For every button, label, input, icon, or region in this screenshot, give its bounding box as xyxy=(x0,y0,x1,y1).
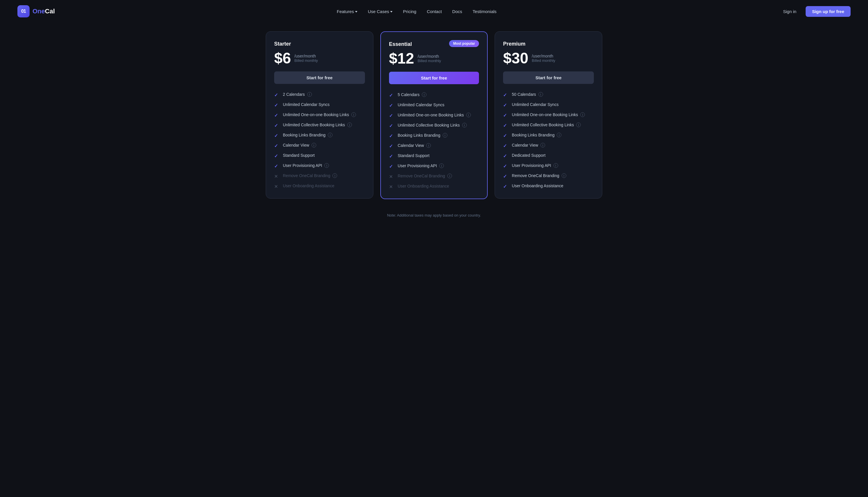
chevron-down-icon xyxy=(390,11,393,13)
pricing-grid: Starter $6 /user/month Billed monthly St… xyxy=(266,31,602,199)
feature-label: User Provisioning APIi xyxy=(283,163,329,168)
feature-label: Unlimited Collective Booking Linksi xyxy=(398,123,467,127)
check-icon: ✓ xyxy=(503,123,508,128)
feature-item: ✓ Unlimited One-on-one Booking Linksi xyxy=(503,112,594,118)
signup-button[interactable]: Sign up for free xyxy=(806,6,851,17)
check-icon: ✓ xyxy=(503,102,508,108)
plan-card-essential: Most popular Essential $12 /user/month B… xyxy=(380,31,488,199)
check-icon: ✓ xyxy=(274,133,279,138)
check-icon: ✓ xyxy=(274,123,279,128)
feature-label: Remove OneCal Brandingi xyxy=(398,174,452,178)
feature-item: ✓ Dedicated Support xyxy=(503,153,594,158)
feature-item: ✓ 5 Calendarsi xyxy=(389,92,479,98)
plan-price-per: /user/month xyxy=(532,54,555,58)
info-icon[interactable]: i xyxy=(307,92,312,97)
feature-item: ✓ Calendar Viewi xyxy=(503,143,594,148)
check-icon: ✓ xyxy=(274,92,279,98)
most-popular-badge: Most popular xyxy=(449,40,479,47)
info-icon[interactable]: i xyxy=(466,113,471,117)
x-icon: ✕ xyxy=(274,184,279,189)
plan-card-starter: Starter $6 /user/month Billed monthly St… xyxy=(266,31,373,199)
check-icon: ✓ xyxy=(274,153,279,158)
plan-billed: Billed monthly xyxy=(294,58,318,63)
plan-price: $6 xyxy=(274,51,291,66)
navbar: 01 OneCal FeaturesUse CasesPricingContac… xyxy=(0,0,868,23)
check-icon: ✓ xyxy=(389,143,394,148)
info-icon[interactable]: i xyxy=(580,112,585,117)
plan-cta-essential[interactable]: Start for free xyxy=(389,72,479,84)
feature-item: ✓ Standard Support xyxy=(389,153,479,159)
info-icon[interactable]: i xyxy=(347,123,352,127)
plan-cta-premium[interactable]: Start for free xyxy=(503,71,594,84)
feature-item: ✕ Remove OneCal Brandingi xyxy=(274,173,365,179)
feature-label: Calendar Viewi xyxy=(512,143,545,147)
check-icon: ✓ xyxy=(274,102,279,108)
check-icon: ✓ xyxy=(389,164,394,169)
plan-price-detail: /user/month Billed monthly xyxy=(417,54,441,63)
feature-label: Remove OneCal Brandingi xyxy=(512,173,566,178)
check-icon: ✓ xyxy=(503,143,508,148)
nav-link-features[interactable]: Features xyxy=(337,9,357,14)
nav-link-pricing[interactable]: Pricing xyxy=(403,9,416,14)
feature-item: ✓ User Provisioning APIi xyxy=(274,163,365,169)
info-icon[interactable]: i xyxy=(333,173,337,178)
check-icon: ✓ xyxy=(389,103,394,108)
feature-item: ✓ 2 Calendarsi xyxy=(274,92,365,98)
info-icon[interactable]: i xyxy=(462,123,467,127)
check-icon: ✓ xyxy=(503,184,508,189)
feature-label: Calendar Viewi xyxy=(398,143,431,148)
info-icon[interactable]: i xyxy=(328,133,333,137)
info-icon[interactable]: i xyxy=(439,164,444,168)
feature-label: Unlimited One-on-one Booking Linksi xyxy=(283,112,356,117)
nav-actions: Sign in Sign up for free xyxy=(778,6,851,17)
feature-item: ✓ Booking Links Brandingi xyxy=(274,133,365,138)
check-icon: ✓ xyxy=(389,123,394,128)
feature-item: ✕ Remove OneCal Brandingi xyxy=(389,174,479,179)
info-icon[interactable]: i xyxy=(426,143,431,148)
plan-price-per: /user/month xyxy=(417,54,441,59)
logo-icon: 01 xyxy=(17,5,30,17)
check-icon: ✓ xyxy=(274,164,279,169)
info-icon[interactable]: i xyxy=(541,143,545,147)
feature-label: Calendar Viewi xyxy=(283,143,316,147)
pricing-note: Note: Additional taxes may apply based o… xyxy=(266,213,602,217)
feature-label: Unlimited Calendar Syncs xyxy=(283,102,329,107)
feature-item: ✓ Unlimited Collective Booking Linksi xyxy=(503,123,594,128)
logo[interactable]: 01 OneCal xyxy=(17,5,55,17)
signin-button[interactable]: Sign in xyxy=(778,7,801,16)
nav-link-contact[interactable]: Contact xyxy=(427,9,442,14)
check-icon: ✓ xyxy=(274,143,279,148)
check-icon: ✓ xyxy=(389,133,394,139)
info-icon[interactable]: i xyxy=(447,174,452,178)
check-icon: ✓ xyxy=(503,174,508,179)
feature-label: Remove OneCal Brandingi xyxy=(283,173,337,178)
nav-link-testimonials[interactable]: Testimonials xyxy=(473,9,497,14)
check-icon: ✓ xyxy=(389,154,394,159)
info-icon[interactable]: i xyxy=(557,133,561,137)
feature-label: Booking Links Brandingi xyxy=(283,133,333,137)
feature-item: ✕ User Onboarding Assistance xyxy=(274,183,365,189)
plan-price-detail: /user/month Billed monthly xyxy=(532,54,555,63)
info-icon[interactable]: i xyxy=(539,92,543,97)
feature-item: ✓ Unlimited One-on-one Booking Linksi xyxy=(389,113,479,118)
nav-link-use-cases[interactable]: Use Cases xyxy=(368,9,393,14)
info-icon[interactable]: i xyxy=(576,123,581,127)
feature-item: ✓ Unlimited Calendar Syncs xyxy=(503,102,594,108)
plan-cta-starter[interactable]: Start for free xyxy=(274,71,365,84)
chevron-down-icon xyxy=(355,11,357,13)
feature-label: 5 Calendarsi xyxy=(398,92,427,97)
plan-billed: Billed monthly xyxy=(532,58,555,63)
feature-item: ✓ Unlimited One-on-one Booking Linksi xyxy=(274,112,365,118)
info-icon[interactable]: i xyxy=(422,92,426,97)
info-icon[interactable]: i xyxy=(324,163,329,168)
nav-link-docs[interactable]: Docs xyxy=(452,9,462,14)
features-list-starter: ✓ 2 Calendarsi ✓ Unlimited Calendar Sync… xyxy=(274,92,365,189)
feature-item: ✓ User Provisioning APIi xyxy=(503,163,594,169)
info-icon[interactable]: i xyxy=(351,112,356,117)
info-icon[interactable]: i xyxy=(554,163,558,168)
info-icon[interactable]: i xyxy=(312,143,316,147)
info-icon[interactable]: i xyxy=(443,133,447,138)
plan-price-per: /user/month xyxy=(294,54,318,58)
info-icon[interactable]: i xyxy=(562,173,566,178)
x-icon: ✕ xyxy=(274,174,279,179)
